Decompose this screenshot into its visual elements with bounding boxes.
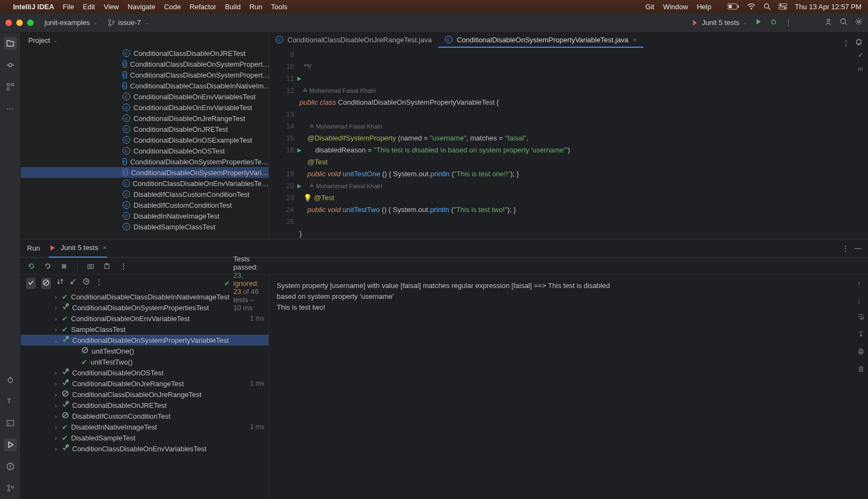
sort-icon[interactable] — [56, 278, 64, 289]
chevron-icon[interactable]: › — [53, 445, 59, 453]
project-tree-item[interactable]: CDisabledInNativeImageTest — [21, 210, 269, 221]
menu-git[interactable]: Git — [646, 3, 655, 11]
test-tree-item[interactable]: ⌄ConditionalDisableOnSystemPropertyVaria… — [21, 335, 269, 346]
run-tool-icon[interactable] — [4, 438, 17, 451]
soft-wrap-icon[interactable] — [857, 313, 865, 324]
test-tree-item[interactable]: ›ConditionalDisableOnOSTest — [21, 367, 269, 378]
settings-icon[interactable] — [855, 18, 863, 27]
window-controls[interactable] — [5, 20, 34, 26]
close-tab-icon[interactable]: × — [633, 36, 637, 44]
more-tools-icon[interactable]: ⋯ — [4, 102, 17, 115]
rerun-failed-icon[interactable] — [42, 261, 53, 272]
intention-bulb-icon[interactable]: 💡 — [303, 194, 312, 202]
project-tree-item[interactable]: CConditionalDisableOnOSExampleTest — [21, 135, 269, 145]
project-tree-item[interactable]: CConditionalClassDisableOnJRETest — [21, 48, 269, 59]
project-tool-icon[interactable] — [4, 37, 17, 50]
run-gutter-icon[interactable]: ▶ — [297, 180, 302, 192]
code-area[interactable]: **/ ≗ Mohammad Faisal Khatri public clas… — [299, 48, 853, 252]
run-config-tab[interactable]: Junit 5 tests × — [49, 239, 107, 258]
wifi-icon[interactable] — [747, 3, 756, 10]
structure-tool-icon[interactable] — [4, 80, 17, 93]
vcs-tool-icon[interactable] — [4, 482, 17, 495]
editor-tab[interactable]: C ConditionalDisableOnSystemPropertyVari… — [438, 33, 643, 48]
run-config-selector[interactable]: Junit 5 tests ⌄ — [691, 18, 747, 27]
test-tree-item[interactable]: ›✔DisabledSampleTest — [21, 432, 269, 443]
menu-refactor[interactable]: Refactor — [190, 3, 216, 11]
test-tree-item[interactable]: ›✔SampleClassTest — [21, 324, 269, 335]
project-tree-item[interactable]: CConditionClassDisableOnEnvVariablesTe… — [21, 178, 269, 189]
test-tree-item[interactable]: ›ConditionalDisableOnJRETest — [21, 400, 269, 411]
run-gutter-icon[interactable]: ▶ — [297, 144, 302, 156]
export-icon[interactable] — [101, 261, 112, 272]
menu-navigate[interactable]: Navigate — [127, 3, 155, 11]
menu-build[interactable]: Build — [225, 3, 241, 11]
menu-code[interactable]: Code — [164, 3, 181, 11]
project-tree-item[interactable]: CConditionalDisableOnJRETest — [21, 124, 269, 135]
project-tree[interactable]: CConditionalClassDisableOnJRETestCCondit… — [21, 48, 269, 239]
search-everywhere-icon[interactable] — [840, 18, 847, 27]
test-tree-item[interactable]: ›✔ConditionalDisableClassDisableInNative… — [21, 291, 269, 302]
test-tree-item[interactable]: ›✔DisabledInNativeImageTest1 ms — [21, 421, 269, 432]
rerun-icon[interactable] — [26, 261, 37, 272]
more-actions-icon[interactable]: ⋮ — [785, 18, 792, 27]
analysis-ok-icon[interactable]: ✓ — [858, 51, 864, 59]
scroll-to-end-icon[interactable] — [857, 330, 865, 341]
code-with-me-icon[interactable] — [825, 18, 832, 27]
notifications-icon[interactable] — [855, 39, 863, 48]
debug-button[interactable] — [770, 18, 777, 27]
test-tree-item[interactable]: ›✔ConditionalDisableOnEnvVariableTest1 m… — [21, 313, 269, 324]
debug-tool-icon[interactable] — [4, 373, 17, 386]
test-tree-item[interactable]: ✔unitTestTwo() — [21, 356, 269, 367]
print-icon[interactable] — [857, 348, 865, 359]
project-tree-item[interactable]: CDisabledIfCustomConditionTest — [21, 200, 269, 210]
project-tree-item[interactable]: CConditionalDisableClassDisableInNativeI… — [21, 80, 269, 91]
battery-icon[interactable] — [727, 3, 739, 10]
test-tree-item[interactable]: unitTestOne() — [21, 346, 269, 356]
test-tree-item[interactable]: ›ConditionalClassDisableOnJreRangeTest — [21, 389, 269, 400]
project-tree-item[interactable]: CConditionalClassDisableOnSystemPropert… — [21, 69, 269, 80]
chevron-icon[interactable]: › — [53, 434, 59, 442]
scroll-up-icon[interactable]: ↑ — [857, 278, 865, 289]
close-window-icon[interactable] — [5, 20, 12, 26]
git-branch[interactable]: issue-7 ⌄ — [107, 18, 149, 27]
chevron-icon[interactable]: › — [53, 380, 59, 388]
chevron-icon[interactable]: › — [53, 325, 59, 334]
close-tab-icon[interactable]: × — [103, 244, 107, 252]
control-center-icon[interactable] — [778, 3, 787, 10]
chevron-icon[interactable]: › — [53, 315, 59, 323]
minimize-window-icon[interactable] — [16, 20, 23, 26]
terminal-tool-icon[interactable] — [4, 417, 17, 430]
editor-body[interactable]: 910 11▶ 12 131415 16▶ 19 20▶ 232425 **/ … — [269, 48, 868, 252]
reader-mode-icon[interactable]: m — [858, 65, 863, 73]
chevron-icon[interactable]: › — [53, 391, 59, 399]
menu-tools[interactable]: Tools — [271, 3, 287, 11]
chevron-icon[interactable]: › — [53, 412, 59, 420]
show-ignored-toggle[interactable] — [41, 278, 51, 289]
scroll-down-icon[interactable]: ↓ — [857, 296, 865, 306]
zoom-window-icon[interactable] — [27, 20, 34, 26]
chevron-icon[interactable]: › — [53, 369, 59, 377]
problems-tool-icon[interactable] — [4, 460, 17, 473]
project-tree-item[interactable]: CDisabledIfClassCustomConditionTest — [21, 189, 269, 200]
run-button[interactable] — [755, 18, 762, 27]
test-tree-item[interactable]: ›ConditionalDisableOnJreRangeTest1 ms — [21, 378, 269, 389]
test-tree-more-icon[interactable]: ⋮ — [95, 278, 103, 289]
menu-file[interactable]: File — [63, 3, 74, 11]
more-run-actions-icon[interactable]: ⋮ — [118, 261, 129, 272]
test-tree[interactable]: ›✔ConditionalDisableClassDisableInNative… — [21, 291, 269, 454]
run-gutter-icon[interactable]: ▶ — [297, 73, 302, 85]
chevron-icon[interactable]: ⌄ — [53, 336, 59, 344]
project-tree-item[interactable]: CConditionalDisableOnEnvVariablesTest — [21, 91, 269, 102]
project-tree-item[interactable]: CConditionalClassDisableOnSystemPropert… — [21, 59, 269, 69]
history-icon[interactable] — [82, 278, 90, 289]
clock[interactable]: Thu 13 Apr 12:57 PM — [795, 3, 861, 11]
test-tree-item[interactable]: ›ConditionClassDisableOnEnvVariablesTest — [21, 443, 269, 454]
show-passed-toggle[interactable] — [26, 278, 36, 289]
project-tree-item[interactable]: CConditionalDisableOnSystemPropertyVari… — [21, 167, 269, 178]
menu-view[interactable]: View — [104, 3, 119, 11]
search-icon[interactable] — [763, 3, 771, 10]
test-tree-item[interactable]: ›DisabledIfCustomConditionTest — [21, 411, 269, 421]
bookmarks-tool-icon[interactable]: T — [4, 395, 17, 408]
menu-window[interactable]: Window — [663, 3, 688, 11]
project-tree-item[interactable]: CConditionalDisableOnJreRangeTest — [21, 113, 269, 124]
